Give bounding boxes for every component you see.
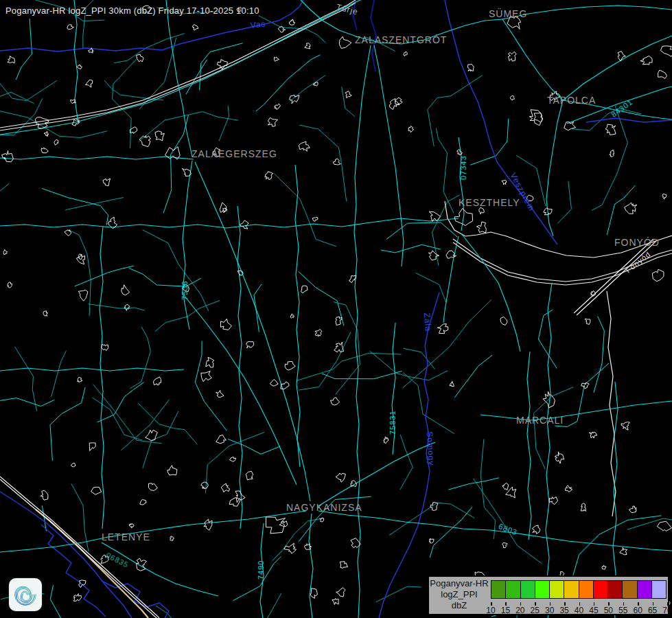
map-line <box>416 273 447 302</box>
map-line <box>549 497 558 505</box>
map-line <box>459 137 464 231</box>
map-line <box>395 98 403 104</box>
map-line <box>93 398 142 440</box>
map-line <box>69 230 91 316</box>
map-line <box>652 269 664 281</box>
map-line <box>607 291 616 516</box>
map-line <box>332 598 338 604</box>
map-line <box>299 141 310 151</box>
map-line <box>0 218 459 228</box>
legend-title-line: logZ_PPI <box>429 589 489 600</box>
legend-colorbar <box>491 580 667 599</box>
map-line <box>621 422 629 431</box>
map-line <box>546 100 563 236</box>
map-line <box>166 0 192 157</box>
map-line <box>130 327 150 389</box>
map-line <box>473 479 542 564</box>
map-line <box>640 56 652 65</box>
map-line <box>254 284 262 332</box>
legend-tick-value: 40 <box>575 606 583 615</box>
map-line <box>50 585 69 618</box>
map-line <box>340 562 347 569</box>
map-line <box>8 282 12 288</box>
map-line <box>336 588 346 597</box>
map-line <box>290 314 294 319</box>
map-line <box>408 126 414 133</box>
legend-title: Poganyvar-HR logZ_PPI dbZ <box>429 578 489 611</box>
map-line <box>201 482 209 489</box>
map-line <box>534 387 573 469</box>
map-line <box>563 36 672 100</box>
map-line <box>315 330 322 337</box>
map-line <box>516 155 546 206</box>
map-line <box>186 60 207 95</box>
map-line <box>40 490 48 500</box>
map-line <box>204 519 212 530</box>
hungaromet-spiral-logo[interactable] <box>9 578 42 611</box>
map-line <box>508 52 516 61</box>
map-line <box>386 222 457 240</box>
map-line <box>529 110 542 126</box>
map-line <box>384 437 389 444</box>
map-line <box>589 432 597 438</box>
map-line <box>268 117 277 126</box>
map-line <box>443 236 459 323</box>
map-line <box>510 95 514 100</box>
map-line <box>41 148 48 153</box>
map-line <box>290 95 299 104</box>
map-line <box>102 581 169 618</box>
map-line <box>8 56 14 64</box>
legend-color-cell <box>491 581 506 598</box>
map-line <box>146 430 158 441</box>
map-line <box>89 443 95 451</box>
map-line <box>153 377 161 385</box>
map-line <box>453 242 672 285</box>
map-line <box>480 401 672 420</box>
map-line <box>156 606 189 618</box>
map-line <box>104 80 163 100</box>
legend-title-line: Poganyvar-HR <box>429 578 489 589</box>
legend-tick-value: 35 <box>559 606 568 615</box>
map-line <box>274 57 279 61</box>
map-line <box>124 305 130 311</box>
legend-tick-value: 20 <box>515 606 524 615</box>
map-line <box>334 342 344 352</box>
legend-color-cell <box>506 581 520 598</box>
map-line <box>143 230 209 312</box>
map-line <box>301 286 308 293</box>
map-line <box>235 491 245 503</box>
map-line <box>155 131 165 141</box>
map-line <box>297 353 402 380</box>
map-line <box>129 524 134 528</box>
map-line <box>468 65 474 71</box>
map-line <box>201 371 212 382</box>
map-line <box>506 487 516 498</box>
map-line <box>618 52 625 61</box>
map-line <box>500 317 507 325</box>
map-line <box>392 323 395 455</box>
map-line <box>0 56 57 100</box>
legend-color-cell <box>564 581 579 598</box>
map-line <box>507 16 521 29</box>
map-line <box>113 59 137 148</box>
map-line <box>502 542 508 548</box>
map-line <box>602 565 606 569</box>
map-line <box>304 544 311 550</box>
map-line <box>220 203 227 213</box>
map-line <box>336 317 342 325</box>
map-line <box>275 104 281 109</box>
map-line <box>230 457 236 462</box>
legend-tick-value: 70 <box>662 606 671 615</box>
map-line <box>376 586 421 602</box>
map-line <box>336 473 345 482</box>
map-line <box>86 80 93 87</box>
map-line <box>51 351 67 397</box>
map-line <box>607 185 635 235</box>
map-line <box>137 54 144 62</box>
map-line <box>0 0 356 128</box>
map-line <box>662 194 667 199</box>
map-line <box>155 300 220 331</box>
map-line <box>183 168 192 176</box>
map-line <box>265 172 273 180</box>
map-line <box>331 398 340 405</box>
